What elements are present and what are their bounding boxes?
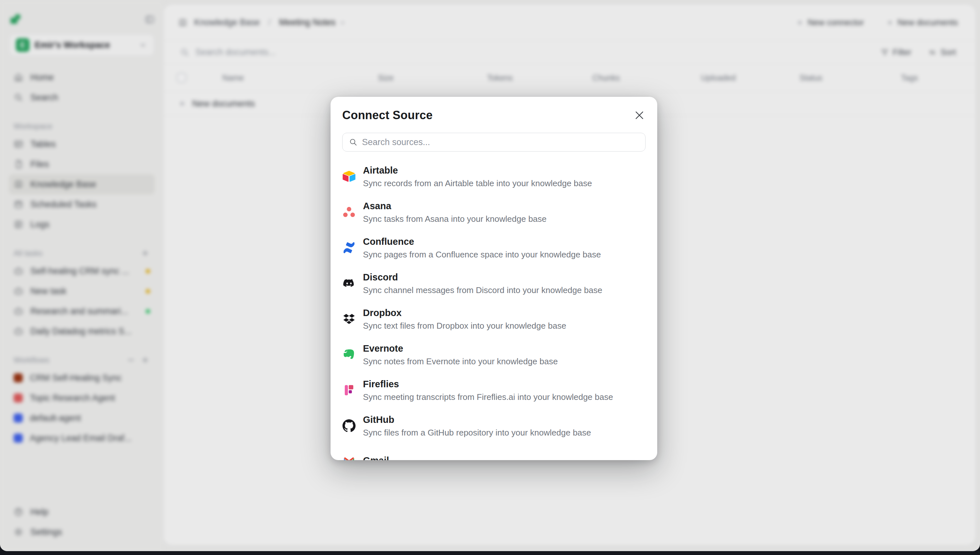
source-name: Discord — [363, 271, 602, 283]
sort-button[interactable]: Sort — [928, 47, 956, 57]
column-header-size[interactable]: Size — [378, 73, 394, 83]
sidebar-task-item[interactable]: Self-healing CRM sync ... — [9, 261, 154, 281]
workflow-label: CRM Self-Healing Sync — [30, 373, 150, 383]
source-item-airtable[interactable]: Airtable Sync records from an Airtable t… — [342, 159, 645, 194]
dropbox-icon — [342, 312, 356, 326]
new-connector-label: New connector — [808, 18, 864, 27]
sidebar-item-home[interactable]: Home — [9, 67, 154, 87]
source-item-dropbox[interactable]: Dropbox Sync text files from Dropbox int… — [342, 301, 645, 337]
fireflies-icon — [342, 383, 356, 397]
column-header-tokens[interactable]: Tokens — [487, 73, 513, 83]
breadcrumb: Knowledge Base / Meeting Notes — [178, 18, 346, 27]
breadcrumb-current-label: Meeting Notes — [279, 18, 335, 27]
documents-table-header: Name Size Tokens Chunks Uploaded Status … — [164, 64, 975, 91]
source-description: Sync text files from Dropbox into your k… — [363, 321, 566, 331]
asana-icon — [342, 205, 356, 219]
breadcrumb-root[interactable]: Knowledge Base — [194, 18, 260, 27]
sidebar-task-item[interactable]: Research and summari... — [9, 301, 154, 321]
column-header-tags[interactable]: Tags — [901, 73, 918, 83]
source-item-fireflies[interactable]: Fireflies Sync meeting transcripts from … — [342, 372, 645, 408]
sidebar-workflow-item[interactable]: Topic Research Agent — [9, 388, 154, 408]
sidebar-item-knowledge-base[interactable]: Knowledge Base — [9, 174, 154, 194]
new-connector-button[interactable]: New connector — [794, 17, 866, 28]
gmail-icon — [342, 455, 356, 460]
add-task-icon[interactable] — [140, 249, 150, 258]
book-icon — [178, 18, 188, 27]
sidebar-task-item[interactable]: Daily Datadog metrics S... — [9, 321, 154, 341]
plus-icon — [178, 99, 186, 108]
sidebar-item-tables[interactable]: Tables — [9, 134, 154, 154]
sidebar-task-item[interactable]: New task — [9, 281, 154, 301]
connect-source-modal: Connect Source Airtable Sync records fro… — [331, 97, 657, 460]
search-icon — [180, 48, 190, 57]
page-header: Knowledge Base / Meeting Notes New conne… — [164, 5, 975, 41]
sidebar-item-files[interactable]: Files — [9, 154, 154, 174]
sidebar-item-label: Tables — [31, 139, 150, 149]
chevron-down-icon — [339, 19, 346, 27]
chevron-down-icon — [138, 40, 148, 50]
confluence-icon — [342, 241, 356, 255]
workspace-avatar: E — [16, 38, 29, 52]
plus-icon — [796, 19, 804, 27]
plus-icon — [886, 19, 894, 27]
source-name: GitHub — [363, 414, 591, 425]
sidebar-item-label: Logs — [31, 220, 150, 229]
sidebar-workflow-item[interactable]: Agency Lead Email Draf... — [9, 428, 154, 448]
github-icon — [342, 419, 356, 433]
workflow-color-swatch — [14, 433, 23, 443]
workspace-switcher[interactable]: E Emir's Workspace — [9, 34, 154, 56]
search-icon — [349, 138, 358, 147]
filter-icon — [880, 48, 889, 57]
sidebar-item-label: Search — [31, 93, 150, 103]
breadcrumb-current[interactable]: Meeting Notes — [279, 18, 346, 27]
file-icon — [14, 159, 23, 169]
sidebar-workflow-item[interactable]: default-agent — [9, 408, 154, 428]
add-workflow-icon[interactable] — [140, 355, 150, 365]
collapse-sidebar-icon[interactable] — [145, 14, 154, 24]
section-workflows: Workflows — [9, 352, 154, 368]
source-description: Sync files from a GitHub repository into… — [363, 428, 591, 438]
source-description: Sync pages from a Confluence space into … — [363, 250, 601, 260]
new-documents-row-label: New documents — [192, 99, 255, 109]
source-item-evernote[interactable]: Evernote Sync notes from Evernote into y… — [342, 337, 645, 372]
column-header-name[interactable]: Name — [222, 73, 244, 83]
source-item-discord[interactable]: Discord Sync channel messages from Disco… — [342, 266, 645, 301]
section-title: All tasks — [14, 249, 136, 258]
new-documents-button[interactable]: New documents — [884, 17, 960, 28]
sidebar-item-settings[interactable]: Settings — [9, 522, 154, 542]
help-icon — [14, 507, 23, 517]
column-header-uploaded[interactable]: Uploaded — [701, 73, 735, 83]
source-item-confluence[interactable]: Confluence Sync pages from a Confluence … — [342, 230, 645, 266]
source-item-gmail[interactable]: Gmail — [342, 444, 645, 460]
source-item-asana[interactable]: Asana Sync tasks from Asana into your kn… — [342, 194, 645, 230]
modal-title: Connect Source — [342, 109, 433, 122]
close-button[interactable] — [633, 109, 645, 122]
workflow-label: default-agent — [30, 413, 150, 423]
source-item-github[interactable]: GitHub Sync files from a GitHub reposito… — [342, 408, 645, 444]
source-description: Sync tasks from Asana into your knowledg… — [363, 214, 547, 224]
sidebar-item-label: Files — [31, 159, 150, 169]
column-header-status[interactable]: Status — [800, 73, 822, 83]
column-header-chunks[interactable]: Chunks — [592, 73, 620, 83]
workflow-label: Agency Lead Email Draf... — [30, 433, 150, 443]
source-description: Sync meeting transcripts from Fireflies.… — [363, 392, 613, 402]
task-label: New task — [31, 286, 139, 296]
source-list: Airtable Sync records from an Airtable t… — [342, 159, 645, 460]
select-all-checkbox[interactable] — [177, 73, 186, 83]
sidebar-workflow-item[interactable]: CRM Self-Healing Sync — [9, 368, 154, 388]
section-workspace: Workspace — [9, 119, 154, 134]
book-icon — [14, 180, 23, 189]
home-icon — [14, 72, 23, 82]
filter-button[interactable]: Filter — [880, 47, 912, 57]
sidebar-item-help[interactable]: Help — [9, 502, 154, 522]
source-description: Sync channel messages from Discord into … — [363, 285, 602, 295]
sidebar-item-search[interactable]: Search — [9, 87, 154, 107]
filter-label: Filter — [893, 47, 912, 57]
sidebar-item-scheduled-tasks[interactable]: Scheduled Tasks — [9, 194, 154, 214]
source-search-input[interactable] — [342, 133, 645, 152]
source-description: Sync records from an Airtable table into… — [363, 178, 592, 188]
task-label: Self-healing CRM sync ... — [31, 266, 139, 276]
collapse-workflows-icon[interactable] — [126, 355, 136, 365]
documents-search-input[interactable]: Search documents... — [180, 47, 880, 57]
sidebar-item-logs[interactable]: Logs — [9, 214, 154, 234]
